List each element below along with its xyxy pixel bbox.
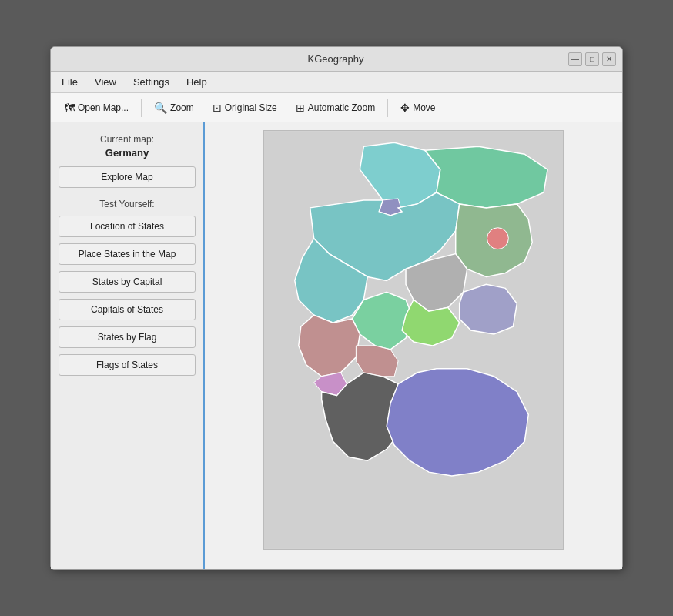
test-yourself-label: Test Yourself: — [59, 199, 196, 209]
main-window: KGeography — □ ✕ File View Settings Help… — [50, 46, 623, 570]
zoom-icon: 🔍 — [154, 102, 167, 114]
sidebar: Current map: Germany Explore Map Test Yo… — [51, 122, 205, 569]
window-title: KGeography — [103, 53, 568, 65]
map-area — [205, 122, 622, 569]
states-by-flag-button[interactable]: States by Flag — [59, 326, 196, 348]
toolbar: 🗺 Open Map... 🔍 Zoom ⊡ Original Size ⊞ A… — [51, 93, 622, 122]
region-berlin[interactable] — [487, 228, 509, 249]
menu-file[interactable]: File — [54, 74, 85, 90]
toolbar-sep-2 — [387, 99, 388, 117]
map-container[interactable] — [263, 130, 564, 550]
toolbar-sep-1 — [141, 99, 142, 117]
current-map-info: Current map: Germany — [59, 133, 196, 160]
automatic-zoom-button[interactable]: ⊞ Automatic Zoom — [287, 98, 383, 118]
window-controls: — □ ✕ — [568, 52, 616, 66]
menubar: File View Settings Help — [51, 72, 622, 93]
states-by-capital-button[interactable]: States by Capital — [59, 271, 196, 293]
content-area: Current map: Germany Explore Map Test Yo… — [51, 122, 622, 569]
open-map-icon: 🗺 — [64, 102, 75, 114]
original-size-icon: ⊡ — [213, 102, 222, 114]
menu-settings[interactable]: Settings — [126, 74, 177, 90]
menu-help[interactable]: Help — [179, 74, 215, 90]
original-size-button[interactable]: ⊡ Original Size — [204, 98, 286, 118]
minimize-button[interactable]: — — [568, 52, 582, 66]
zoom-button[interactable]: 🔍 Zoom — [146, 98, 203, 118]
capitals-of-states-button[interactable]: Capitals of States — [59, 299, 196, 320]
region-saxony[interactable] — [460, 284, 517, 334]
place-states-button[interactable]: Place States in the Map — [59, 243, 196, 265]
germany-map-svg[interactable] — [264, 131, 563, 549]
location-states-button[interactable]: Location of States — [59, 216, 196, 237]
menu-view[interactable]: View — [87, 74, 124, 90]
move-button[interactable]: ✥ Move — [392, 98, 444, 118]
maximize-button[interactable]: □ — [585, 52, 599, 66]
title-bar: KGeography — □ ✕ — [51, 47, 622, 72]
automatic-zoom-icon: ⊞ — [296, 102, 305, 114]
flags-of-states-button[interactable]: Flags of States — [59, 354, 196, 376]
open-map-button[interactable]: 🗺 Open Map... — [55, 98, 137, 118]
explore-map-button[interactable]: Explore Map — [59, 166, 196, 188]
close-button[interactable]: ✕ — [602, 52, 616, 66]
move-icon: ✥ — [400, 102, 410, 114]
